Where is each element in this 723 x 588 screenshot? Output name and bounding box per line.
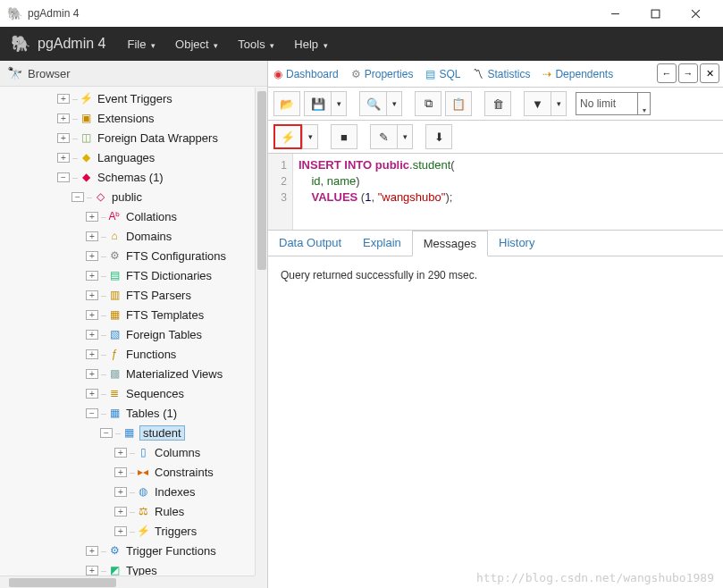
tree-node-triggers[interactable]: +⋯⚡Triggers — [0, 521, 267, 541]
tree-node-columns[interactable]: +⋯▯Columns — [0, 442, 267, 462]
tab-explain[interactable]: Explain — [352, 231, 412, 256]
tab-dashboard[interactable]: ◉Dashboard — [273, 68, 339, 80]
expand-toggle[interactable]: + — [86, 330, 98, 340]
tree-node-fts-parsers[interactable]: +⋯▥FTS Parsers — [0, 285, 267, 305]
browser-panel: 🔭 Browser +⋯⚡Event Triggers+⋯▣Extensions… — [0, 61, 268, 588]
expand-toggle[interactable]: − — [57, 172, 70, 182]
save-button[interactable]: 💾 — [304, 91, 331, 116]
tree-node-fts-configurations[interactable]: +⋯⚙FTS Configurations — [0, 246, 267, 265]
open-button[interactable]: 📂 — [273, 91, 300, 116]
object-tree[interactable]: +⋯⚡Event Triggers+⋯▣Extensions+⋯◫Foreign… — [0, 87, 267, 575]
expand-toggle[interactable]: − — [71, 192, 84, 202]
edit-button[interactable]: ✎ — [370, 124, 397, 149]
maximize-button[interactable] — [635, 0, 676, 27]
download-button[interactable]: ⬇ — [425, 124, 452, 149]
stop-button[interactable]: ■ — [331, 124, 357, 149]
expand-toggle[interactable]: + — [114, 467, 127, 477]
tree-node-functions[interactable]: +⋯ƒFunctions — [0, 344, 267, 364]
expand-toggle[interactable]: + — [86, 310, 98, 320]
tree-node-trigger-functions[interactable]: +⋯⚙Trigger Functions — [0, 541, 267, 560]
node-label: Rules — [154, 505, 185, 518]
menu-file[interactable]: File ▾ — [128, 38, 156, 51]
expand-toggle[interactable]: + — [86, 212, 98, 222]
expand-toggle[interactable]: + — [57, 133, 70, 143]
tab-close[interactable]: ✕ — [700, 63, 719, 83]
expand-toggle[interactable]: + — [86, 546, 98, 556]
row-limit-dropdown[interactable]: ▾ — [638, 92, 651, 115]
tree-node-collations[interactable]: +⋯AᵇCollations — [0, 206, 267, 226]
find-menu[interactable]: ▾ — [386, 91, 402, 116]
upper-tabs: ◉Dashboard ⚙Properties ▤SQL 〽Statistics … — [268, 61, 723, 88]
expand-toggle[interactable]: + — [57, 94, 70, 104]
node-icon: ⚡ — [79, 91, 93, 105]
expand-toggle[interactable]: + — [86, 566, 98, 575]
menu-object[interactable]: Object ▾ — [175, 38, 218, 51]
sql-editor[interactable]: 123 INSERT INTO public.student( id, name… — [268, 154, 723, 231]
sql-code[interactable]: INSERT INTO public.student( id, name) VA… — [293, 154, 723, 230]
node-icon: ▩ — [107, 366, 122, 381]
expand-toggle[interactable]: + — [86, 389, 98, 399]
browser-horizontal-scrollbar[interactable] — [0, 575, 267, 588]
expand-toggle[interactable]: + — [57, 113, 70, 123]
find-button[interactable]: 🔍 — [359, 91, 386, 116]
tree-node-foreign-data-wrappers[interactable]: +⋯◫Foreign Data Wrappers — [0, 128, 267, 147]
menu-help[interactable]: Help ▾ — [294, 38, 327, 51]
tree-node-rules[interactable]: +⋯⚖Rules — [0, 501, 267, 521]
tree-node-foreign-tables[interactable]: +⋯▧Foreign Tables — [0, 324, 267, 344]
minimize-button[interactable] — [595, 0, 635, 27]
copy-button[interactable]: ⧉ — [415, 91, 441, 116]
row-limit[interactable]: ▾ — [576, 92, 651, 115]
delete-button[interactable]: 🗑 — [484, 91, 511, 116]
expand-toggle[interactable]: + — [86, 369, 98, 379]
tab-dependents[interactable]: ⇢Dependents — [542, 68, 613, 80]
node-label: Constraints — [154, 466, 214, 479]
expand-toggle[interactable]: + — [86, 271, 98, 281]
tree-node-extensions[interactable]: +⋯▣Extensions — [0, 108, 267, 128]
tab-scroll-left[interactable]: ← — [657, 63, 677, 83]
tree-node-indexes[interactable]: +⋯◍Indexes — [0, 482, 267, 501]
tree-node-schemas-1-[interactable]: −⋯◆Schemas (1) — [0, 167, 267, 187]
tree-node-event-triggers[interactable]: +⋯⚡Event Triggers — [0, 88, 267, 108]
browser-vertical-scrollbar[interactable] — [255, 88, 267, 575]
tree-node-fts-templates[interactable]: +⋯▦FTS Templates — [0, 305, 267, 324]
expand-toggle[interactable]: − — [86, 408, 98, 418]
tree-node-tables-1-[interactable]: −⋯▦Tables (1) — [0, 403, 267, 423]
expand-toggle[interactable]: − — [100, 428, 113, 438]
expand-toggle[interactable]: + — [114, 507, 127, 517]
tree-node-types[interactable]: +⋯◩Types — [0, 560, 267, 575]
expand-toggle[interactable]: + — [86, 251, 98, 261]
execute-button[interactable]: ⚡ — [273, 124, 302, 149]
execute-menu[interactable]: ▾ — [302, 124, 318, 149]
tab-history[interactable]: History — [488, 231, 545, 256]
save-menu[interactable]: ▾ — [331, 91, 347, 116]
tab-statistics[interactable]: 〽Statistics — [473, 68, 530, 80]
menu-tools[interactable]: Tools ▾ — [238, 38, 274, 51]
expand-toggle[interactable]: + — [57, 153, 70, 163]
filter-button[interactable]: ▼ — [524, 91, 551, 116]
filter-menu[interactable]: ▾ — [551, 91, 567, 116]
tree-node-languages[interactable]: +⋯◆Languages — [0, 147, 267, 167]
expand-toggle[interactable]: + — [114, 487, 127, 497]
paste-button[interactable]: 📋 — [445, 91, 472, 116]
tree-node-materialized-views[interactable]: +⋯▩Materialized Views — [0, 364, 267, 383]
expand-toggle[interactable]: + — [114, 448, 127, 458]
tree-node-fts-dictionaries[interactable]: +⋯▤FTS Dictionaries — [0, 265, 267, 285]
close-button[interactable] — [676, 0, 716, 27]
edit-menu[interactable]: ▾ — [397, 124, 413, 149]
tab-scroll-right[interactable]: → — [678, 63, 698, 83]
tree-node-sequences[interactable]: +⋯≣Sequences — [0, 383, 267, 403]
tab-data-output[interactable]: Data Output — [268, 231, 352, 256]
tree-node-constraints[interactable]: +⋯▸◂Constraints — [0, 462, 267, 482]
expand-toggle[interactable]: + — [86, 349, 98, 359]
row-limit-input[interactable] — [576, 92, 638, 115]
tab-sql[interactable]: ▤SQL — [425, 68, 460, 80]
tab-messages[interactable]: Messages — [412, 231, 488, 256]
expand-toggle[interactable]: + — [114, 526, 127, 536]
tree-node-domains[interactable]: +⋯⌂Domains — [0, 226, 267, 246]
tab-properties[interactable]: ⚙Properties — [351, 68, 414, 80]
tree-node-student[interactable]: −⋯▦student — [0, 423, 267, 442]
expand-toggle[interactable]: + — [86, 290, 98, 300]
expand-toggle[interactable]: + — [86, 231, 98, 241]
tree-node-public[interactable]: −⋯◇public — [0, 187, 267, 206]
node-label: Extensions — [97, 112, 156, 125]
